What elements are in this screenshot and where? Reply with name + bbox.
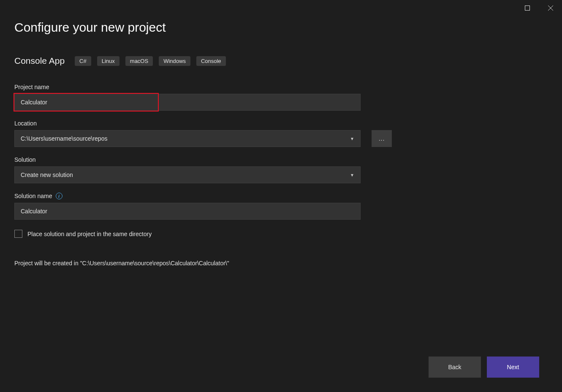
tags-container: C# Linux macOS Windows Console (75, 56, 226, 66)
solution-value: Create new solution (21, 172, 73, 178)
location-label: Location (14, 120, 548, 127)
tag-linux: Linux (97, 56, 119, 66)
chevron-down-icon: ▼ (350, 136, 354, 141)
location-group: Location C:\Users\username\source\repos … (14, 120, 548, 147)
maximize-icon (525, 5, 530, 11)
location-value: C:\Users\username\source\repos (21, 135, 107, 142)
tag-macos: macOS (125, 56, 153, 66)
tag-windows: Windows (159, 56, 190, 66)
page-title: Configure your new project (14, 20, 548, 35)
solution-group: Solution Create new solution ▼ (14, 156, 548, 183)
tag-console: Console (196, 56, 226, 66)
tag-csharp: C# (75, 56, 91, 66)
solution-name-label: Solution name i (14, 193, 548, 199)
same-directory-row: Place solution and project in the same d… (14, 230, 548, 238)
same-directory-label: Place solution and project in the same d… (27, 231, 152, 237)
main-content: Configure your new project Console App C… (0, 0, 562, 267)
project-path-info: Project will be created in "C:\Users\use… (14, 260, 548, 267)
svg-rect-0 (525, 6, 529, 11)
browse-button[interactable]: ... (372, 130, 392, 147)
info-icon[interactable]: i (56, 193, 62, 199)
same-directory-checkbox[interactable] (14, 230, 22, 238)
project-name-input[interactable] (14, 94, 361, 111)
close-icon (548, 5, 553, 11)
chevron-down-icon: ▼ (350, 173, 354, 177)
template-row: Console App C# Linux macOS Windows Conso… (14, 56, 548, 66)
solution-dropdown[interactable]: Create new solution ▼ (14, 166, 361, 183)
solution-label: Solution (14, 156, 548, 163)
maximize-button[interactable] (516, 0, 539, 16)
solution-name-input[interactable] (14, 203, 361, 220)
location-dropdown[interactable]: C:\Users\username\source\repos ▼ (14, 130, 361, 147)
project-name-label: Project name (14, 84, 548, 90)
project-name-group: Project name (14, 84, 548, 111)
solution-name-label-text: Solution name (14, 193, 52, 199)
close-button[interactable] (539, 0, 562, 16)
next-button[interactable]: Next (487, 357, 539, 378)
back-button[interactable]: Back (429, 357, 481, 378)
template-name: Console App (14, 56, 65, 66)
footer: Back Next (429, 357, 539, 378)
solution-name-group: Solution name i (14, 193, 548, 220)
window-controls (516, 0, 562, 16)
